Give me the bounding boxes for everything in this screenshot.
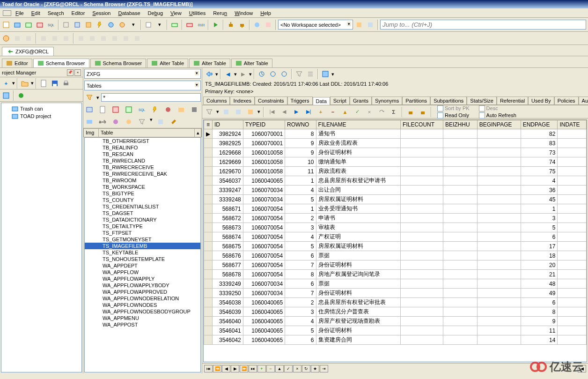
obj-wa_appdept[interactable]: WA_APPDEPT — [85, 262, 200, 269]
cell-indate[interactable] — [558, 251, 587, 260]
tb-btn-11[interactable] — [143, 20, 154, 30]
obj-wa_appflowapply[interactable]: WA_APPFLOWAPPLY — [85, 275, 200, 282]
nav-add[interactable]: + — [257, 365, 266, 372]
obj-wa_apppost[interactable]: WA_APPPOST — [85, 321, 200, 328]
cell-indate[interactable] — [558, 298, 587, 307]
col-filename[interactable]: FILENAME — [316, 120, 401, 129]
gt-rollback[interactable] — [418, 107, 428, 117]
table-row[interactable]: 162966810600100589身份证明材料73 — [204, 148, 587, 157]
ot-11[interactable] — [110, 117, 121, 127]
cell-filecount[interactable] — [401, 186, 443, 195]
cell-beginpage[interactable] — [477, 335, 521, 345]
cell-id[interactable]: 568678 — [213, 270, 243, 279]
cell-typeid[interactable]: 1060040065 — [243, 176, 285, 186]
nav-goto[interactable]: ⇥ — [320, 365, 328, 372]
cell-beginpage[interactable] — [477, 307, 521, 317]
page-tab-schema-browser[interactable]: Schema Browser — [33, 59, 89, 67]
cell-id[interactable]: 3339247 — [213, 186, 243, 195]
cell-filename[interactable]: 出让合同 — [316, 186, 401, 195]
cell-filename[interactable]: 身份证明材料 — [316, 148, 401, 157]
obj-wa_appflowapplybody[interactable]: WA_APPFLOWAPPLYBODY — [85, 282, 200, 289]
table-row[interactable]: 56867310600700543审核表5 — [204, 223, 587, 232]
dt-r1[interactable] — [257, 69, 267, 79]
data-tab-synonyms[interactable]: Synonyms — [372, 97, 402, 105]
cell-beizhhu[interactable] — [443, 232, 477, 242]
cell-filename[interactable]: 房政流程表 — [316, 167, 401, 176]
tb-btn-14[interactable] — [184, 20, 195, 30]
gt-last[interactable]: ▶| — [303, 107, 314, 117]
tb-btn-4[interactable] — [35, 20, 45, 30]
cell-typeid[interactable]: 1060070054 — [243, 242, 285, 251]
cell-filename[interactable]: 身份证明材料 — [316, 289, 401, 298]
commit-btn[interactable] — [226, 20, 236, 30]
cell-id[interactable]: 1629670 — [213, 167, 243, 176]
tb-btn-12[interactable]: ▾ — [154, 20, 165, 30]
obj-tb_rwrecreceive_bak[interactable]: TB_RWRECRECEIVE_BAK — [85, 171, 200, 177]
cell-endpage[interactable]: 11 — [521, 326, 558, 335]
cell-beizhhu[interactable] — [443, 326, 477, 335]
cell-rowno[interactable]: 2 — [285, 214, 316, 223]
tb-btn-5[interactable] — [61, 20, 71, 30]
data-tab-columns[interactable]: Columns — [203, 97, 230, 105]
cell-id[interactable]: 3546041 — [213, 326, 243, 335]
table-row[interactable]: 354604110600400655身份证明材料11 — [204, 326, 587, 335]
new-conn-btn[interactable] — [1, 20, 11, 30]
dt-next[interactable]: ▶ — [238, 69, 248, 79]
ot-8[interactable] — [176, 104, 186, 115]
dt-r2[interactable] — [268, 69, 278, 79]
cell-indate[interactable] — [558, 204, 587, 214]
cell-filecount[interactable] — [401, 326, 443, 335]
cell-rowno[interactable]: 6 — [285, 251, 316, 260]
gt-first[interactable]: |◀ — [267, 107, 277, 117]
pm-save-btn[interactable] — [50, 78, 60, 89]
row-indicator[interactable] — [204, 335, 213, 345]
obj-ts_county[interactable]: TS_COUNTY — [85, 197, 200, 203]
cell-beizhhu[interactable] — [443, 307, 477, 317]
table-row[interactable]: 354603810600400652忠县房屋所有权登记审批表6 — [204, 298, 587, 307]
cell-typeid[interactable]: 1060040065 — [243, 317, 285, 326]
cell-indate[interactable] — [558, 148, 587, 157]
filter-funnel-icon[interactable] — [84, 92, 95, 103]
row-indicator[interactable] — [204, 260, 213, 270]
cell-indate[interactable] — [558, 335, 587, 345]
tb-btn-2[interactable] — [12, 20, 22, 30]
table-row[interactable]: 56867110600700541业务受理通知书1 — [204, 204, 587, 214]
run-btn[interactable] — [211, 20, 221, 30]
cell-typeid[interactable]: 1060070054 — [243, 204, 285, 214]
cell-filecount[interactable] — [401, 157, 443, 167]
cell-rowno[interactable]: 8 — [285, 129, 316, 139]
workspace-combo[interactable]: <No Workspace selected> — [278, 20, 353, 30]
obj-ts_detailtype[interactable]: TS_DETAILTYPE — [85, 223, 200, 230]
row-indicator[interactable] — [204, 298, 213, 307]
cell-rowno[interactable]: 1 — [285, 176, 316, 186]
tb2-btn-9[interactable] — [98, 33, 109, 44]
cell-typeid[interactable]: 1060070054 — [243, 251, 285, 260]
data-tab-policies[interactable]: Policies — [554, 97, 579, 105]
row-indicator[interactable] — [204, 176, 213, 186]
nav-last[interactable]: ⏭ — [249, 365, 257, 372]
gt-play[interactable]: ▶ — [291, 107, 301, 117]
tb-btn-15[interactable]: 0101 — [196, 20, 206, 30]
tb2-btn-11[interactable] — [121, 33, 131, 44]
tb2-btn-12[interactable] — [132, 33, 142, 44]
row-indicator[interactable] — [204, 139, 213, 148]
table-row[interactable]: 354603910600400653住房情况分户普查表8 — [204, 307, 587, 317]
ot-12[interactable] — [124, 117, 134, 127]
tb-btn-8[interactable] — [106, 20, 116, 30]
cell-id[interactable]: 3339249 — [213, 279, 243, 289]
cell-beginpage[interactable] — [477, 204, 521, 214]
connection-tab[interactable]: ZXFG@ORCL — [2, 47, 54, 56]
cell-beizhhu[interactable] — [443, 242, 477, 251]
gt-edit[interactable]: ▲ — [340, 107, 350, 117]
ot-7[interactable] — [163, 104, 173, 115]
obj-ts_keytable[interactable]: TS_KEYTABLE — [85, 249, 200, 256]
tb2-btn-10[interactable] — [110, 33, 120, 44]
cell-filecount[interactable] — [401, 176, 443, 186]
row-indicator[interactable] — [204, 195, 213, 204]
table-row[interactable]: 354603710600400651忠县房屋所有权登记申请书4 — [204, 176, 587, 186]
cell-filename[interactable]: 集资建房合同 — [316, 335, 401, 345]
cell-id[interactable]: 568676 — [213, 251, 243, 260]
cell-filename[interactable]: 房屋权属证明材料 — [316, 195, 401, 204]
cell-indate[interactable] — [558, 307, 587, 317]
pm-view1-btn[interactable] — [1, 90, 11, 101]
